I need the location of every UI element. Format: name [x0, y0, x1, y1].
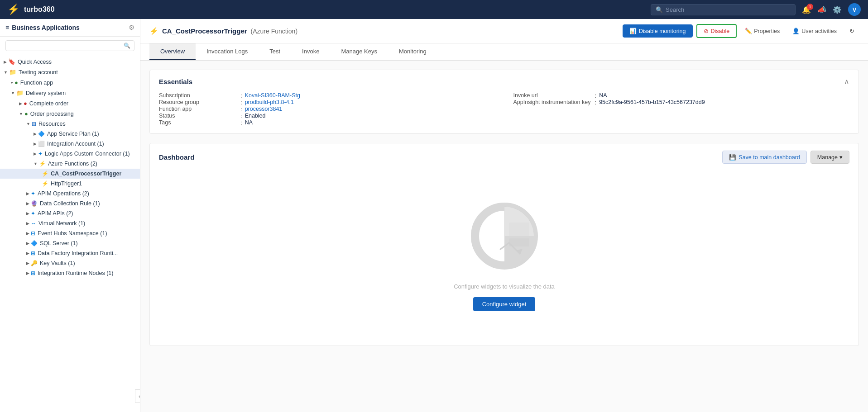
essentials-row-resource-group: Resource group : prodbuild-ph3.8-4.1: [159, 99, 495, 106]
sidebar-item-label: Order processing: [30, 111, 74, 117]
app-logo-icon: ⚡: [7, 4, 19, 15]
sidebar-item-ca-cost-processor[interactable]: ⚡ CA_CostProcessorTrigger: [0, 169, 140, 179]
essentials-value-appinsight-key: 95c2fc9a-9561-457b-b157-43c567237dd9: [599, 99, 705, 105]
search-box[interactable]: 🔍: [651, 4, 796, 15]
data-factory-icon: ⊞: [31, 250, 35, 256]
sidebar-search-container: 🔍: [0, 37, 140, 55]
apim-icon: ✦: [31, 190, 35, 197]
disable-button[interactable]: ⊘ Disable: [696, 24, 737, 38]
sidebar-item-key-vaults[interactable]: ▶ 🔑 Key Vaults (1): [0, 258, 140, 268]
content-title: ⚡ CA_CostProcessorTrigger (Azure Functio…: [149, 27, 297, 35]
essentials-value-resource-group[interactable]: prodbuild-ph3.8-4.1: [245, 99, 294, 105]
chevron-icon: ▶: [26, 261, 29, 265]
chevron-icon: ▼: [19, 112, 23, 116]
tab-invoke[interactable]: Invoke: [291, 43, 330, 60]
sidebar-item-event-hubs[interactable]: ▶ ⊟ Event Hubs Namespace (1): [0, 228, 140, 238]
essentials-value-function-app[interactable]: processor3841: [245, 106, 283, 112]
disable-monitoring-button[interactable]: 📊 Disable monitoring: [623, 24, 693, 38]
sidebar-item-logic-apps-connector[interactable]: ▶ ✦ Logic Apps Custom Connector (1): [0, 149, 140, 159]
virtual-network-icon: ↔: [31, 220, 36, 227]
sidebar-search-box[interactable]: 🔍: [5, 40, 134, 51]
tab-manage-keys[interactable]: Manage Keys: [330, 43, 388, 60]
alert-icon[interactable]: 📣: [817, 5, 826, 14]
essentials-title: Essentials: [159, 78, 192, 85]
sidebar-item-apim-operations[interactable]: ▶ ✦ APIM Operations (2): [0, 189, 140, 199]
dashboard-title: Dashboard: [159, 153, 194, 161]
empty-chart-illustration: [468, 200, 541, 272]
chevron-icon: ▶: [34, 132, 37, 136]
sidebar-gear-icon[interactable]: ⚙: [129, 24, 134, 32]
refresh-button[interactable]: ↻: [845, 25, 859, 37]
key-vaults-icon: 🔑: [31, 260, 38, 266]
chevron-icon: ▼: [34, 161, 38, 166]
sidebar-item-label: Complete order: [29, 100, 68, 107]
topnav-left: ⚡ turbo360: [7, 4, 55, 15]
essentials-value-subscription[interactable]: Kovai-SI360-BAM-Stg: [245, 92, 300, 99]
sidebar-item-label: Data Factory Integration Runti...: [38, 250, 118, 256]
page-title: CA_CostProcessorTrigger: [162, 27, 247, 35]
svg-rect-1: [509, 223, 529, 236]
sidebar-item-quick-access[interactable]: ▶ 🔖 Quick Access: [0, 57, 140, 67]
status-dot-icon: ●: [14, 79, 18, 86]
sidebar-item-delivery-system[interactable]: ▼ 📁 Delivery system: [0, 88, 140, 98]
sidebar-item-azure-functions[interactable]: ▼ ⚡ Azure Functions (2): [0, 159, 140, 169]
chevron-icon: ▶: [26, 211, 29, 216]
essentials-collapse-icon[interactable]: ∧: [844, 77, 849, 86]
sidebar-item-sql-server[interactable]: ▶ 🔷 SQL Server (1): [0, 238, 140, 248]
sidebar-item-testing-account[interactable]: ▼ 📁 Testing account: [0, 67, 140, 77]
integration-runtime-icon: ⊞: [31, 270, 35, 276]
data-collection-icon: 🔮: [31, 200, 38, 207]
essentials-label: AppInsight instrumentation key: [513, 99, 595, 105]
azure-function-icon: ⚡: [39, 161, 46, 167]
sidebar-item-label: Data Collection Rule (1): [40, 200, 100, 207]
tab-monitoring[interactable]: Monitoring: [388, 43, 437, 60]
empty-dashboard: Configure widgets to visualize the data …: [159, 173, 849, 338]
sidebar-item-integration-account[interactable]: ▶ ⬜ Integration Account (1): [0, 139, 140, 149]
sidebar-item-http-trigger1[interactable]: ⚡ HttpTrigger1: [0, 179, 140, 189]
tab-overview[interactable]: Overview: [149, 43, 196, 60]
essentials-label: Resource group: [159, 99, 240, 105]
chevron-icon: ▶: [26, 221, 29, 226]
sidebar-item-app-service-plan[interactable]: ▶ 🔷 App Service Plan (1): [0, 129, 140, 139]
sidebar-item-data-factory[interactable]: ▶ ⊞ Data Factory Integration Runti...: [0, 248, 140, 258]
user-activities-button[interactable]: 👤 User activities: [788, 25, 841, 37]
chevron-icon: ▶: [26, 231, 29, 236]
sidebar-item-virtual-network[interactable]: ▶ ↔ Virtual Network (1): [0, 218, 140, 228]
chevron-icon: ▶: [26, 201, 29, 206]
dashboard-section: Dashboard 💾 Save to main dashboard Manag…: [149, 143, 859, 346]
dashboard-actions: 💾 Save to main dashboard Manage ▾: [722, 151, 849, 164]
sidebar-item-label: Azure Functions (2): [48, 161, 97, 167]
save-to-main-dashboard-button[interactable]: 💾 Save to main dashboard: [722, 151, 807, 164]
sidebar-item-label: Testing account: [19, 69, 58, 76]
sidebar-item-label: Logic Apps Custom Connector (1): [45, 151, 130, 157]
settings-icon[interactable]: ⚙️: [833, 5, 842, 14]
tab-invocation-logs[interactable]: Invocation Logs: [196, 43, 259, 60]
sidebar-item-function-app[interactable]: ▾ ● Function app: [0, 77, 140, 88]
sidebar-item-data-collection-rule[interactable]: ▶ 🔮 Data Collection Rule (1): [0, 199, 140, 208]
sidebar-collapse-button[interactable]: ‹: [135, 389, 140, 403]
top-navigation: ⚡ turbo360 🔍 🔔 1 📣 ⚙️ V: [0, 0, 868, 19]
sidebar-item-label: Key Vaults (1): [40, 260, 75, 266]
sidebar: ≡ Business Applications ⚙ 🔍 ▶ 🔖 Quick Ac…: [0, 19, 140, 412]
sidebar-search-input[interactable]: [10, 43, 121, 49]
sidebar-item-integration-runtime[interactable]: ▶ ⊞ Integration Runtime Nodes (1): [0, 268, 140, 278]
notification-bell-icon[interactable]: 🔔 1: [802, 5, 811, 14]
essentials-label: Subscription: [159, 92, 240, 99]
sidebar-item-resources[interactable]: ▼ ⊞ Resources: [0, 119, 140, 129]
search-input[interactable]: [666, 6, 791, 13]
sidebar-item-apim-apis[interactable]: ▶ ✦ APIM APIs (2): [0, 208, 140, 218]
chevron-down-icon: ▾: [839, 154, 843, 161]
manage-button[interactable]: Manage ▾: [810, 151, 849, 164]
sidebar-item-label: Function app: [20, 80, 53, 86]
sidebar-item-label: HttpTrigger1: [51, 180, 82, 187]
properties-button[interactable]: ✏️ Properties: [740, 25, 784, 37]
essentials-label: Status: [159, 113, 240, 119]
sql-server-icon: 🔷: [31, 240, 38, 246]
tab-test[interactable]: Test: [259, 43, 291, 60]
sidebar-item-complete-order[interactable]: ▶ ● Complete order: [0, 98, 140, 109]
configure-widget-button[interactable]: Configure widget: [473, 297, 536, 311]
user-avatar[interactable]: V: [848, 3, 861, 16]
chevron-icon: ▶: [4, 60, 7, 64]
refresh-icon: ↻: [849, 28, 854, 34]
sidebar-item-order-processing[interactable]: ▼ ● Order processing: [0, 109, 140, 119]
